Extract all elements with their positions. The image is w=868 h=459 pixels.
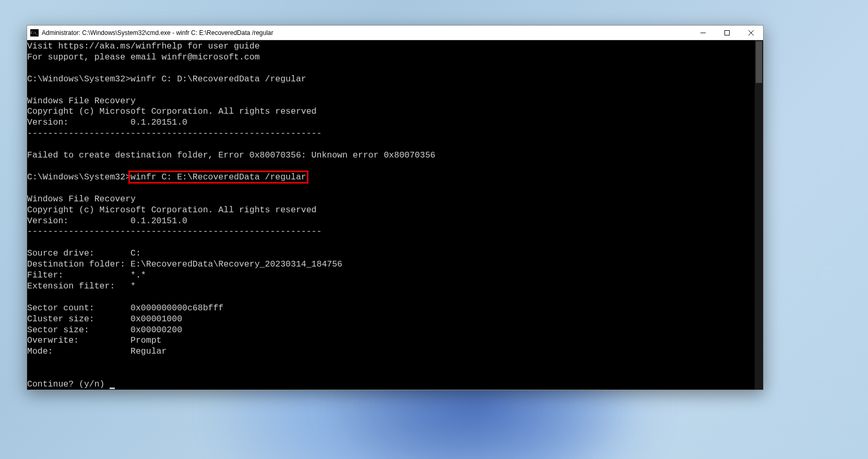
terminal-line: C:\Windows\System32>winfr C: D:\Recovere… bbox=[27, 74, 763, 85]
terminal-line: Windows File Recovery bbox=[27, 194, 763, 205]
maximize-button[interactable] bbox=[715, 26, 739, 40]
terminal-line: Failed to create destination folder, Err… bbox=[27, 150, 763, 161]
terminal-line bbox=[27, 139, 763, 150]
cursor bbox=[110, 388, 115, 389]
close-button[interactable] bbox=[739, 26, 763, 40]
terminal-output: Visit https://aka.ms/winfrhelp for user … bbox=[27, 41, 763, 390]
terminal-line: Cluster size: 0x00001000 bbox=[27, 314, 763, 325]
terminal-line bbox=[27, 63, 763, 74]
terminal-line: Sector size: 0x00000200 bbox=[27, 325, 763, 336]
scrollbar-thumb[interactable] bbox=[756, 41, 762, 83]
cmd-icon bbox=[30, 29, 39, 37]
window-controls bbox=[691, 26, 763, 40]
terminal-line bbox=[27, 292, 763, 303]
terminal-line: Mode: Regular bbox=[27, 346, 763, 357]
terminal-line bbox=[27, 357, 763, 368]
terminal-line: C:\Windows\System32>winfr C: E:\Recovere… bbox=[27, 172, 763, 183]
terminal-line: Copyright (c) Microsoft Corporation. All… bbox=[27, 106, 763, 117]
terminal-line: Visit https://aka.ms/winfrhelp for user … bbox=[27, 41, 763, 52]
terminal-line bbox=[27, 161, 763, 172]
minimize-button[interactable] bbox=[691, 26, 715, 40]
window-title: Administrator: C:\Windows\System32\cmd.e… bbox=[42, 29, 691, 37]
terminal-line: Copyright (c) Microsoft Corporation. All… bbox=[27, 205, 763, 216]
terminal-line: Extension filter: * bbox=[27, 281, 763, 292]
terminal-line bbox=[27, 183, 763, 194]
terminal-line bbox=[27, 237, 763, 248]
terminal-line: Windows File Recovery bbox=[27, 96, 763, 107]
terminal-line: Filter: *.* bbox=[27, 270, 763, 281]
terminal-line: ----------------------------------------… bbox=[27, 226, 763, 237]
terminal-line: Version: 0.1.20151.0 bbox=[27, 216, 763, 227]
terminal-line bbox=[27, 368, 763, 379]
cmd-window: Administrator: C:\Windows\System32\cmd.e… bbox=[27, 25, 764, 390]
terminal-line: Sector count: 0x000000000c68bfff bbox=[27, 303, 763, 314]
terminal-body[interactable]: Visit https://aka.ms/winfrhelp for user … bbox=[27, 40, 763, 390]
titlebar[interactable]: Administrator: C:\Windows\System32\cmd.e… bbox=[27, 26, 763, 40]
scrollbar-track[interactable] bbox=[755, 40, 763, 390]
terminal-line: Destination folder: E:\RecoveredData\Rec… bbox=[27, 259, 763, 270]
terminal-line: Continue? (y/n) bbox=[27, 379, 763, 390]
terminal-line: ----------------------------------------… bbox=[27, 128, 763, 139]
terminal-line: For support, please email winfr@microsof… bbox=[27, 52, 763, 63]
svg-rect-1 bbox=[725, 30, 730, 35]
terminal-line: Source drive: C: bbox=[27, 248, 763, 259]
terminal-line: Version: 0.1.20151.0 bbox=[27, 117, 763, 128]
terminal-line: Overwrite: Prompt bbox=[27, 335, 763, 346]
terminal-line bbox=[27, 85, 763, 96]
